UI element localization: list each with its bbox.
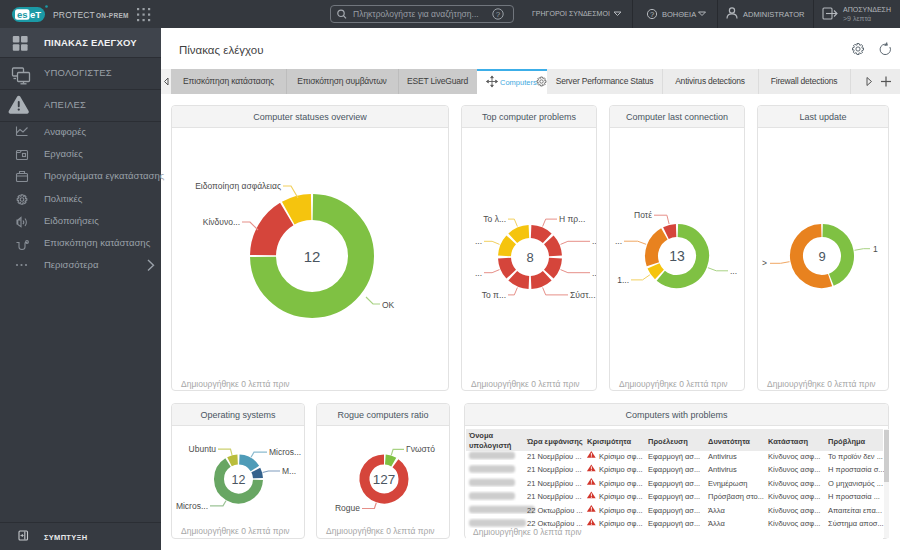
svg-text:12: 12 [232,473,246,487]
svg-text:21 Νοεμβρίου ...: 21 Νοεμβρίου ... [527,465,582,474]
svg-text:...: ... [615,236,622,246]
svg-text:>9 λεπτά: >9 λεπτά [843,15,871,22]
svg-text:Κρίσιμο σφ...: Κρίσιμο σφ... [599,506,643,515]
svg-text:ΒΟΗΘΕΙΑ: ΒΟΗΘΕΙΑ [662,10,696,19]
svg-text:ΑΠΟΣΥΝΔΕΣΗ: ΑΠΟΣΥΝΔΕΣΗ [843,6,891,13]
svg-text:Ubuntu: Ubuntu [189,444,217,454]
svg-text:Κρίσιμο σφ...: Κρίσιμο σφ... [599,519,643,528]
svg-text:Το προϊόν δεν ...: Το προϊόν δεν ... [828,452,883,461]
svg-text:Micros...: Micros... [176,501,208,511]
svg-text:Άλλα: Άλλα [708,519,725,528]
svg-text:ΣΥΜΠΤΥΞΗ: ΣΥΜΠΤΥΞΗ [44,533,87,542]
svg-text:Κίνδυνος ασφ...: Κίνδυνος ασφ... [768,519,820,528]
svg-text:Εφαρμογή ασ...: Εφαρμογή ασ... [648,492,700,501]
svg-text:Εφαρμογή ασ...: Εφαρμογή ασ... [648,479,700,488]
svg-text:Κίνδυνος ασφ...: Κίνδυνος ασφ... [768,479,820,488]
svg-text:Ώρα εμφάνισης: Ώρα εμφάνισης [526,437,583,446]
svg-text:Πρόσβαση στο...: Πρόσβαση στο... [708,492,764,501]
svg-text:?: ? [650,10,654,19]
svg-text:Πρόβλημα: Πρόβλημα [828,437,866,446]
svg-text:Ενημέρωση: Ενημέρωση [708,479,748,488]
svg-text:ADMINISTRATOR: ADMINISTRATOR [743,10,805,19]
svg-text:Προέλευση: Προέλευση [648,437,688,446]
svg-text:Κίνδυνος ασφ...: Κίνδυνος ασφ... [768,506,820,515]
svg-text:Όνομα: Όνομα [468,431,494,440]
svg-text:>: > [762,258,767,268]
svg-text:OK: OK [382,300,395,310]
svg-text:Κρίσιμο σφ...: Κρίσιμο σφ... [599,465,643,474]
svg-text:Η προστασία ...: Η προστασία ... [828,492,880,501]
svg-text:Σύστημα αποσ...: Σύστημα αποσ... [828,519,884,528]
svg-text:Εφαρμογή ασ...: Εφαρμογή ασ... [648,452,700,461]
svg-text:...: ... [592,236,596,246]
svg-text:Κρίσιμο σφ...: Κρίσιμο σφ... [599,492,643,501]
svg-text:...: ... [475,236,482,246]
svg-text:...: ... [592,268,596,278]
svg-text:Εφαρμογή ασ...: Εφαρμογή ασ... [648,519,700,528]
svg-text:12: 12 [304,248,321,265]
svg-text:Antivirus: Antivirus [708,465,737,474]
svg-text:Δυνατότητα: Δυνατότητα [708,437,750,446]
svg-text:21 Νοεμβρίου ...: 21 Νοεμβρίου ... [527,452,582,461]
svg-text:Ποτέ: Ποτέ [634,210,652,220]
svg-text:υπολογιστή: υπολογιστή [469,441,512,450]
svg-text:Ειδοποίηση ασφάλειας: Ειδοποίηση ασφάλειας [195,181,281,191]
svg-text:Κρίσιμο σφ...: Κρίσιμο σφ... [599,479,643,488]
svg-text:?: ? [496,10,501,19]
svg-text:Κίνδυνος ασφ...: Κίνδυνος ασφ... [768,452,820,461]
svg-text:Άλλα: Άλλα [708,506,725,515]
svg-text:Antivirus: Antivirus [708,452,737,461]
svg-text:Κίνδυνο...: Κίνδυνο... [203,217,240,227]
svg-text:127: 127 [373,472,396,487]
svg-text:Κίνδυνος ασφ...: Κίνδυνος ασφ... [768,492,820,501]
svg-text:Κρίσιμο σφ...: Κρίσιμο σφ... [599,452,643,461]
svg-text:Computers: Computers [500,78,537,87]
svg-text:1...: 1... [617,275,629,285]
svg-text:...: ... [730,266,737,276]
svg-text:Micros...: Micros... [269,447,301,457]
svg-text:Το π...: Το π... [482,290,506,300]
svg-text:Εφαρμογή ασ...: Εφαρμογή ασ... [648,465,700,474]
svg-text:Κρισιμότητα: Κρισιμότητα [587,437,631,446]
svg-text:Rogue: Rogue [335,503,360,513]
svg-text:...: ... [475,268,482,278]
svg-text:Εφαρμογή ασ...: Εφαρμογή ασ... [648,506,700,515]
svg-text:Σύστ...: Σύστ... [570,290,596,300]
svg-text:Ο μηχανισμός ...: Ο μηχανισμός ... [828,479,883,488]
svg-text:21 Νοεμβρίου ...: 21 Νοεμβρίου ... [527,479,582,488]
svg-text:Πληκτρολογήστε για αναζήτηση..: Πληκτρολογήστε για αναζήτηση... [353,9,479,19]
svg-text:Το λ...: Το λ... [483,214,506,224]
svg-text:1: 1 [873,244,878,254]
svg-text:M...: M... [282,466,296,476]
svg-text:Απαιτείται επα...: Απαιτείται επα... [828,506,882,515]
svg-text:13: 13 [669,248,685,264]
svg-text:9: 9 [818,249,825,264]
svg-text:8: 8 [526,250,533,265]
svg-text:Γνωστό: Γνωστό [406,444,435,454]
svg-text:Η πρ...: Η πρ... [559,214,585,224]
svg-text:Κίνδυνος ασφ...: Κίνδυνος ασφ... [768,465,820,474]
svg-text:21 Νοεμβρίου ...: 21 Νοεμβρίου ... [527,492,582,501]
svg-text:Κατάσταση: Κατάσταση [768,437,809,446]
svg-text:Η προστασία σ...: Η προστασία σ... [828,465,885,474]
svg-text:22 Οκτωβρίου ...: 22 Οκτωβρίου ... [527,506,583,515]
